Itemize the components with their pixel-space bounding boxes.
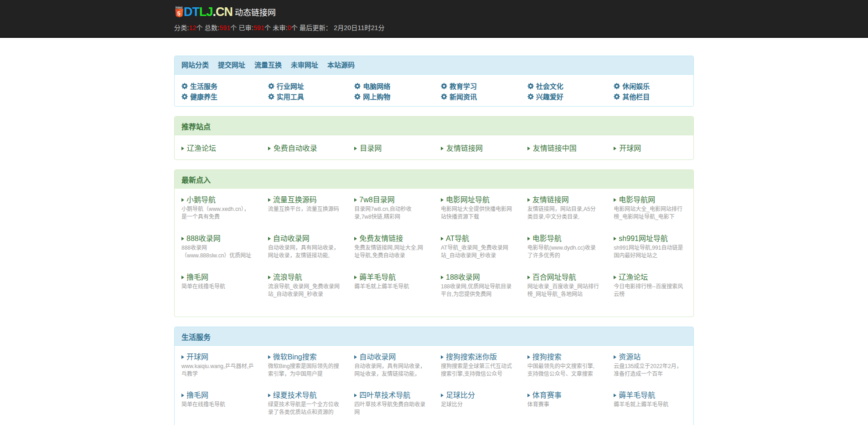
svg-text:html: html	[176, 6, 182, 10]
svg-text:5: 5	[177, 10, 181, 17]
